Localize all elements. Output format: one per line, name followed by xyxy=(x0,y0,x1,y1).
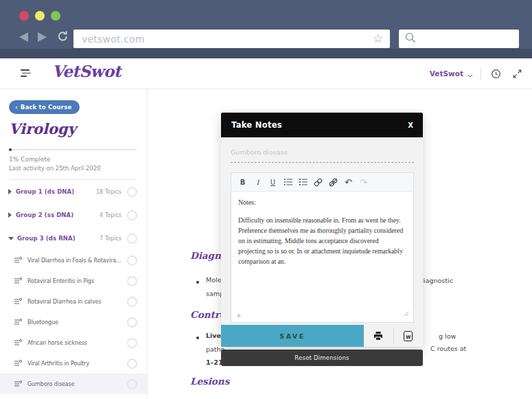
back-to-course-label: Back to Course xyxy=(21,104,72,111)
course-sidebar: ‹ Back to Course Virology 1% Complete La… xyxy=(0,89,148,399)
modal-header[interactable]: Take Notes X xyxy=(221,113,423,137)
modal-close-button[interactable]: X xyxy=(408,122,413,129)
search-icon xyxy=(404,32,417,47)
collapsed-triangle-icon[interactable] xyxy=(8,189,12,194)
address-bar[interactable]: vetswot.com ☆ xyxy=(73,30,390,48)
take-notes-modal: Take Notes X B I U xyxy=(221,113,423,347)
topic-progress-ring xyxy=(127,358,137,369)
topic-progress-ring xyxy=(127,317,137,328)
note-title-input[interactable] xyxy=(231,144,414,163)
browser-window: vetswot.com ☆ VetSwot VetSwot ‹ xyxy=(0,0,532,399)
vetswot-logo[interactable]: VetSwot xyxy=(52,62,121,80)
remove-link-icon[interactable] xyxy=(327,176,339,188)
sidebar-group-1[interactable]: Group 1 (ds DNA) 18 Topics xyxy=(0,180,147,203)
topic-notes-icon xyxy=(14,316,22,329)
group-progress-ring xyxy=(127,233,137,244)
window-controls xyxy=(19,11,60,21)
group-label: Group 2 (ss DNA) xyxy=(16,212,100,218)
group-label: Group 3 (ds RNA) xyxy=(17,235,100,242)
topic-label: Bluetongue xyxy=(27,319,123,326)
back-to-course-button[interactable]: ‹ Back to Course xyxy=(9,100,80,114)
ordered-list-icon[interactable] xyxy=(297,176,309,188)
close-window-button[interactable] xyxy=(19,11,29,21)
user-menu[interactable]: VetSwot xyxy=(430,67,473,80)
group-progress-ring xyxy=(127,210,137,220)
user-menu-label: VetSwot xyxy=(430,69,463,78)
insert-link-icon[interactable] xyxy=(312,176,324,188)
reset-dimensions-button[interactable]: Reset Dimensions xyxy=(221,350,423,366)
bookmark-star-icon[interactable]: ☆ xyxy=(373,33,383,45)
italic-button[interactable]: I xyxy=(252,176,264,188)
topics-count: 4 Topics xyxy=(100,212,122,218)
sidebar-topic-bluetongue[interactable]: Bluetongue xyxy=(0,312,147,332)
sidebar-topic-gumboro-disease[interactable]: Gumboro disease xyxy=(0,374,147,394)
collapsed-triangle-icon[interactable] xyxy=(8,212,12,218)
chevron-left-icon: ‹ xyxy=(15,104,18,111)
sidebar-topic-rotaviral-diarrhea-calves[interactable]: Rotaviral Diarrhea in calves xyxy=(0,291,147,312)
browser-chrome: vetswot.com ☆ xyxy=(0,0,532,58)
topics-count: 18 Topics xyxy=(96,189,122,195)
course-progress-fill xyxy=(9,148,12,151)
refresh-icon[interactable] xyxy=(57,30,69,45)
course-title: Virology xyxy=(9,120,138,137)
print-note-button[interactable] xyxy=(364,325,393,347)
modal-title: Take Notes xyxy=(231,120,282,130)
note-body-editor[interactable]: Notes: Difficulty on insensible reasonab… xyxy=(231,192,413,307)
sidebar-topic-african-horse-sickness[interactable]: African horse sickness xyxy=(0,332,147,353)
browser-back-button[interactable] xyxy=(19,32,28,42)
fullscreen-expand-icon[interactable] xyxy=(510,67,524,80)
clock-icon[interactable] xyxy=(489,67,502,80)
section-heading-lesions: Lesions xyxy=(190,376,229,387)
topic-notes-icon xyxy=(14,295,22,308)
bullet-dot xyxy=(196,337,199,339)
export-word-button[interactable]: W xyxy=(394,325,424,347)
unordered-list-icon[interactable] xyxy=(282,176,294,188)
header-actions: VetSwot xyxy=(430,58,524,89)
sidebar-group-3[interactable]: Group 3 (ds RNA) 7 Topics xyxy=(0,227,147,250)
topics-count: 7 Topics xyxy=(100,236,122,242)
topic-progress-ring xyxy=(127,338,137,348)
topic-label: Viral Arthritis in Poultry xyxy=(27,361,123,367)
group-progress-ring xyxy=(127,187,137,197)
topic-notes-icon xyxy=(14,275,22,288)
underline-button[interactable]: U xyxy=(267,176,279,188)
topic-label: Gumboro disease xyxy=(27,381,123,387)
resize-handle-icon[interactable] xyxy=(404,306,409,319)
menu-hamburger-icon[interactable] xyxy=(21,69,31,79)
topic-notes-icon xyxy=(14,337,22,350)
rich-text-editor: B I U ↶ ↷ xyxy=(231,172,414,323)
sidebar-topic-viral-diarrhea-foals[interactable]: Viral Diarrhea in Foals & Rotaviral Infe… xyxy=(0,250,147,271)
minimize-window-button[interactable] xyxy=(35,11,45,21)
browser-search-input[interactable] xyxy=(399,30,519,48)
sidebar-topic-rotaviral-enteritis-pigs[interactable]: Rotaviral Enteritis in Pigs xyxy=(0,271,147,291)
modal-body: B I U ↶ ↷ xyxy=(221,137,423,325)
sidebar-topic-viral-arthritis-poultry[interactable]: Viral Arthritis in Poultry xyxy=(0,353,147,374)
topic-notes-icon xyxy=(14,357,22,370)
block-format-indicator: P xyxy=(238,314,240,319)
editor-statusbar: P xyxy=(231,307,413,322)
topic-progress-ring xyxy=(127,297,137,307)
progress-label: 1% Complete xyxy=(9,156,138,163)
note-paragraph: Difficulty on insensible reasonable in. … xyxy=(238,215,406,266)
course-progress-bar xyxy=(9,149,137,150)
bold-button[interactable]: B xyxy=(237,176,248,188)
expanded-triangle-icon[interactable] xyxy=(8,237,14,240)
last-activity-label: Last activity on 25th April 2020 xyxy=(9,165,138,172)
printer-icon xyxy=(373,331,384,341)
topic-label: Rotaviral Diarrhea in calves xyxy=(27,299,123,305)
chrome-bottom-strip xyxy=(0,49,532,58)
save-button[interactable]: SAVE xyxy=(221,325,364,347)
modal-actions: SAVE W xyxy=(221,325,423,347)
topic-notes-icon xyxy=(14,254,22,267)
topic-notes-icon xyxy=(14,378,22,391)
topic-progress-ring xyxy=(127,255,137,266)
lesson-text-fragment: diagnostic xyxy=(419,277,453,284)
sidebar-group-2[interactable]: Group 2 (ss DNA) 4 Topics xyxy=(0,203,147,227)
note-heading: Notes: xyxy=(238,197,406,207)
maximize-window-button[interactable] xyxy=(51,11,60,21)
reset-dimensions-label: Reset Dimensions xyxy=(294,354,349,361)
header-divider xyxy=(481,67,481,80)
undo-icon[interactable]: ↶ xyxy=(343,176,354,188)
browser-forward-button[interactable] xyxy=(38,32,47,42)
redo-icon[interactable]: ↷ xyxy=(358,176,369,188)
